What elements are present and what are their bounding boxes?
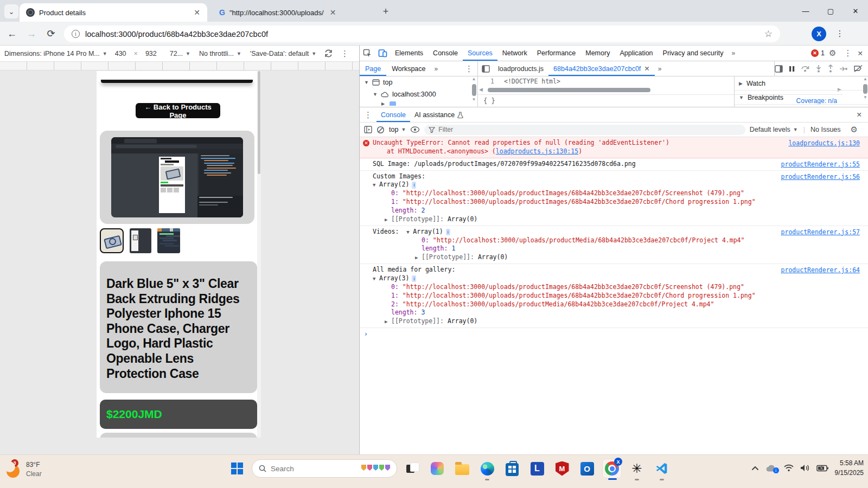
tab-close-icon[interactable]: ✕ xyxy=(328,8,338,17)
reload-button[interactable]: ⟳ xyxy=(43,26,59,41)
edge-button[interactable] xyxy=(477,459,497,478)
outlook-button[interactable]: O xyxy=(577,459,597,478)
watch-section[interactable]: ▶ Watch xyxy=(735,76,868,91)
devtools-tab-memory[interactable]: Memory xyxy=(580,46,615,61)
viewport-height-field[interactable]: 932 xyxy=(142,49,160,58)
browser-tab-product-details[interactable]: Product details ✕ xyxy=(20,3,207,22)
profile-avatar[interactable]: X xyxy=(812,27,826,41)
devtools-settings-icon[interactable]: ⚙ xyxy=(825,48,840,58)
file-tab-loadproducts[interactable]: loadproducts.js xyxy=(493,61,548,76)
devtools-tab-sources[interactable]: Sources xyxy=(463,46,497,61)
viewport-width-field[interactable]: 430 xyxy=(112,49,130,58)
devtools-tab-application[interactable]: Application xyxy=(615,46,658,61)
expand-arrow[interactable]: ▶ xyxy=(385,216,391,223)
rotate-viewport-icon[interactable] xyxy=(324,49,333,58)
source-link[interactable]: loadproducts.js:130 xyxy=(788,139,860,148)
battery-icon[interactable] xyxy=(816,465,828,472)
navigator-menu-icon[interactable]: ⋮ xyxy=(461,64,477,74)
weather-widget[interactable]: 3 83°F Clear xyxy=(5,460,42,479)
thumbnail-daw-project[interactable] xyxy=(157,228,180,253)
vscode-button[interactable] xyxy=(652,459,672,478)
pause-script-icon[interactable] xyxy=(788,65,795,73)
chrome-button-active[interactable]: X xyxy=(602,459,622,478)
window-close-button[interactable]: ✕ xyxy=(843,0,868,22)
source-link[interactable]: productRenderer.js:64 xyxy=(781,266,860,275)
onedrive-icon[interactable]: i xyxy=(765,464,777,472)
bookmark-star-icon[interactable]: ☆ xyxy=(764,28,773,40)
taskbar-clock[interactable]: 5:58 AM 9/15/2025 xyxy=(835,458,864,478)
file-tab-close-icon[interactable]: ✕ xyxy=(644,65,649,73)
save-data-select[interactable]: 'Save-Data': default▼ xyxy=(250,50,316,57)
pretty-print-icon[interactable]: { } xyxy=(483,97,495,105)
collapse-arrow[interactable]: ▼ xyxy=(373,182,379,188)
breakpoints-section[interactable]: ▼ Breakpoints xyxy=(735,91,868,105)
tree-item-folder-partial[interactable]: ▶ xyxy=(360,100,470,107)
clear-console-icon[interactable] xyxy=(376,126,385,134)
tab-search-button[interactable]: ⌄ xyxy=(4,4,18,18)
devtools-tab-console[interactable]: Console xyxy=(428,46,463,61)
file-tab-product-doc[interactable]: 68b4a42bb3ce3dae207cbc0f ✕ xyxy=(548,61,655,76)
thumbnail-screenshot[interactable] xyxy=(130,228,151,253)
context-selector[interactable]: top▼ xyxy=(389,126,406,133)
more-tabs-icon[interactable]: » xyxy=(728,49,738,57)
console-prompt[interactable]: › xyxy=(360,328,868,338)
file-explorer-button[interactable] xyxy=(452,459,472,478)
drawer-tab-console[interactable]: Console xyxy=(376,107,410,122)
console-settings-icon[interactable]: ⚙ xyxy=(846,125,862,134)
tree-item-top[interactable]: ▼ top xyxy=(360,76,470,88)
page-scrollbar[interactable] xyxy=(257,71,261,438)
tray-chevron-icon[interactable] xyxy=(751,466,759,471)
tree-item-localhost[interactable]: ▼ localhost:3000 xyxy=(360,88,470,100)
step-out-icon[interactable] xyxy=(827,65,834,73)
zoom-select[interactable]: 72...▼ xyxy=(170,50,190,57)
back-to-products-button[interactable]: ← Back to Products Page xyxy=(136,103,220,118)
device-select[interactable]: Dimensions: iPhone 14 Pro M...▼ xyxy=(4,50,107,57)
devtools-menu-icon[interactable]: ⋮ xyxy=(841,48,856,58)
l-app-button[interactable]: L xyxy=(527,459,547,478)
drawer-tab-ai-assistance[interactable]: AI assistance xyxy=(410,107,468,122)
navigator-toggle-icon[interactable] xyxy=(478,61,493,76)
copilot-button[interactable] xyxy=(427,459,447,478)
drawer-close-icon[interactable]: ✕ xyxy=(850,111,868,119)
devtools-tab-network[interactable]: Network xyxy=(497,46,532,61)
source-link[interactable]: productRenderer.js:55 xyxy=(781,160,860,169)
filter-input[interactable] xyxy=(438,126,735,133)
microsoft-store-button[interactable] xyxy=(502,459,522,478)
start-button[interactable] xyxy=(228,459,246,478)
chatgpt-button[interactable]: ✳ xyxy=(627,459,647,478)
site-info-icon[interactable]: i xyxy=(72,30,80,38)
device-toolbar-menu-icon[interactable]: ⋮ xyxy=(341,49,349,59)
expand-arrow[interactable]: ▶ xyxy=(415,254,422,261)
file-tree-scrollbar[interactable]: ▲▼ xyxy=(470,76,478,107)
live-expression-eye-icon[interactable] xyxy=(410,126,420,133)
console-filter-box[interactable] xyxy=(424,125,745,135)
source-link[interactable]: productRenderer.js:57 xyxy=(781,228,860,237)
info-badge[interactable]: i xyxy=(412,275,416,282)
volume-icon[interactable] xyxy=(800,464,810,472)
expand-arrow[interactable]: ▶ xyxy=(385,318,391,325)
drawer-menu-icon[interactable]: ⋮ xyxy=(360,110,376,120)
taskbar-search[interactable] xyxy=(252,459,397,478)
search-input[interactable] xyxy=(271,465,352,473)
new-tab-button[interactable]: + xyxy=(380,5,392,17)
more-panes-icon[interactable]: » xyxy=(431,65,442,73)
sources-pane-tab-page[interactable]: Page xyxy=(360,61,386,76)
source-link[interactable]: productRenderer.js:56 xyxy=(781,173,860,182)
collapse-arrow[interactable]: ▼ xyxy=(373,275,379,282)
devtools-close-icon[interactable]: ✕ xyxy=(856,49,868,57)
devtools-tab-performance[interactable]: Performance xyxy=(532,46,581,61)
throttle-select[interactable]: No throttli...▼ xyxy=(199,50,241,57)
tab-close-icon[interactable]: ✕ xyxy=(192,8,202,17)
info-badge[interactable]: i xyxy=(446,229,450,235)
info-badge[interactable]: i xyxy=(412,182,416,188)
task-view-button[interactable] xyxy=(403,459,422,478)
devtools-tab-elements[interactable]: Elements xyxy=(390,46,428,61)
deactivate-breakpoints-icon[interactable] xyxy=(853,65,863,73)
collapse-arrow[interactable]: ▼ xyxy=(406,229,413,235)
more-files-icon[interactable]: » xyxy=(655,65,665,73)
issues-counter[interactable]: No Issues xyxy=(810,126,841,133)
product-gallery-main[interactable] xyxy=(100,131,254,224)
back-button[interactable]: ← xyxy=(4,26,20,41)
console-sidebar-icon[interactable] xyxy=(364,126,372,133)
error-counter[interactable]: ✕ 1 xyxy=(811,49,825,57)
